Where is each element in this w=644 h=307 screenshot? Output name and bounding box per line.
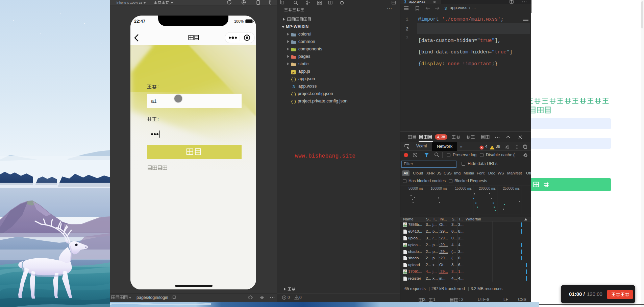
svg-text:3: 3 (404, 0, 406, 4)
svg-text:3: 3 (292, 85, 295, 89)
svg-text:js: js (292, 71, 295, 74)
svg-text:3: 3 (445, 6, 447, 10)
